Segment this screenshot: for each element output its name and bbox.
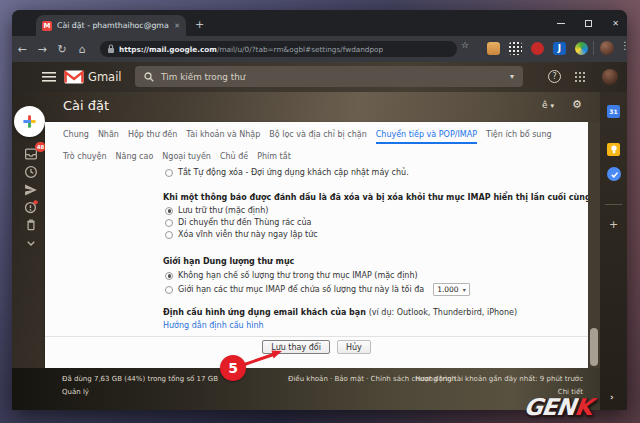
radio-option-autoexpunge-off[interactable]: Tắt Tự động xóa - Đợi ứng dụng khách cập… (165, 168, 578, 177)
folder-limit-heading: Giới hạn Dung lượng thư mục (163, 257, 578, 266)
tab-hop-thu-den[interactable]: Hộp thư đến (128, 130, 177, 139)
input-tools-label: ê (542, 100, 548, 110)
browser-menu-icon[interactable]: ⋮ (620, 40, 627, 51)
radio-label: Giới hạn các thư mục IMAP để chứa số lượ… (178, 285, 424, 294)
radio-option-limit-max[interactable]: Giới hạn các thư mục IMAP để chứa số lượ… (165, 283, 578, 296)
limit-count-select[interactable]: 1.000 ▾ (433, 283, 470, 296)
input-tools-button[interactable]: ê ▾ (542, 100, 554, 110)
tab-bo-loc[interactable]: Bộ lọc và địa chỉ bị chặn (269, 130, 366, 139)
browser-tabstrip: M Cài đặt - phamthaihoc@gmail.co ✕ + ✕ (12, 10, 627, 36)
gmail-logo-icon[interactable] (64, 70, 84, 84)
search-icon (144, 72, 154, 82)
search-placeholder: Tìm kiếm trong thư (161, 72, 503, 82)
settings-gear-icon[interactable]: ⚙ (572, 98, 582, 111)
help-icon[interactable]: ? (548, 70, 561, 83)
address-bar[interactable]: https://mail.google.com/mail/u/0/?tab=rm… (100, 41, 457, 57)
settings-card: Chung Nhãn Hộp thư đến Tài khoản và Nhập… (45, 122, 588, 368)
tab-chu-de[interactable]: Chủ đề (220, 152, 248, 161)
search-input[interactable]: Tìm kiếm trong thư ▾ (135, 66, 523, 87)
settings-tabs-row1: Chung Nhãn Hộp thư đến Tài khoản và Nhập… (63, 130, 580, 139)
radio-label: Xóa vĩnh viễn thư này ngay lập tức (178, 230, 318, 239)
spam-icon[interactable] (24, 200, 38, 214)
search-options-caret-icon[interactable]: ▾ (510, 72, 514, 81)
browser-window: M Cài đặt - phamthaihoc@gmail.co ✕ + ✕ ←… (12, 10, 627, 410)
radio-selected-icon (165, 207, 173, 215)
toolbar-separator (593, 41, 594, 55)
configure-heading-bold: Định cấu hình ứng dụng email khách của b… (163, 308, 366, 317)
input-tools-caret-icon: ▾ (550, 102, 554, 110)
apps-grid-icon[interactable] (574, 71, 586, 83)
browser-profile-avatar[interactable] (600, 41, 614, 55)
radio-icon (165, 219, 173, 227)
calendar-icon[interactable]: 31 (607, 105, 620, 118)
radio-option-delete-forever[interactable]: Xóa vĩnh viễn thư này ngay lập tức (165, 230, 578, 239)
watermark-k: K (573, 394, 593, 420)
manage-storage-link[interactable]: Quản lý (62, 388, 89, 396)
minimize-button[interactable] (557, 23, 565, 24)
account-avatar[interactable] (602, 69, 618, 85)
deleted-message-heading: Khi một thông báo được đánh dấu là đã xó… (163, 193, 578, 202)
browser-tab-gmail-settings[interactable]: M Cài đặt - phamthaihoc@gmail.co ✕ (36, 15, 186, 36)
tab-tien-ich[interactable]: Tiện ích bổ sung (486, 130, 552, 139)
tab-title: Cài đặt - phamthaihoc@gmail.co (57, 21, 169, 30)
radio-icon (165, 286, 173, 294)
tasks-icon[interactable] (607, 167, 621, 181)
reload-icon[interactable]: ↻ (52, 43, 72, 56)
tab-chuyen-tiep-pop-imap[interactable]: Chuyển tiếp và POP/IMAP (376, 130, 477, 139)
annotation-step-badge: 5 (220, 355, 246, 381)
save-changes-button[interactable]: Lưu thay đổi (262, 340, 330, 354)
tab-nhan[interactable]: Nhãn (98, 130, 119, 139)
select-caret-icon: ▾ (463, 286, 466, 293)
radio-option-move-trash[interactable]: Di chuyển thư đến Thùng rác của (165, 218, 578, 227)
scrollbar-track[interactable] (588, 122, 600, 368)
tasks-check-icon (610, 170, 619, 179)
gmail-wordmark: Gmail (88, 70, 122, 84)
radio-label: Tắt Tự động xóa - Đợi ứng dụng khách cập… (178, 168, 409, 177)
tab-tro-chuyen[interactable]: Trò chuyện (63, 152, 107, 161)
more-chevron-down-icon[interactable] (24, 237, 38, 251)
card-actions: Lưu thay đổi Hủy (45, 340, 588, 354)
radio-option-no-limit[interactable]: Không hạn chế số lượng thư trong thư mục… (165, 271, 578, 280)
keep-bulb-icon (610, 145, 618, 154)
new-tab-button[interactable]: + (195, 16, 204, 34)
hamburger-menu-icon[interactable] (42, 72, 56, 82)
radio-option-archive[interactable]: Lưu trữ thư (mặc định) (165, 206, 578, 215)
extension-icon-1[interactable] (487, 42, 500, 55)
snoozed-clock-icon[interactable] (24, 165, 38, 179)
extension-icon-j[interactable]: J (553, 42, 566, 55)
close-window-button[interactable]: ✕ (612, 19, 619, 28)
tab-tai-khoan[interactable]: Tài khoản và Nhập (186, 130, 260, 139)
url-text: https://mail.google.com/mail/u/0/?tab=rm… (119, 45, 383, 54)
trash-icon[interactable] (24, 218, 38, 232)
last-account-activity-text: Hoạt động tài khoản gần đây nhất: 9 phút… (415, 375, 583, 383)
collapse-panel-chevron-icon[interactable]: › (610, 392, 614, 402)
maximize-button[interactable] (585, 20, 592, 27)
bookmark-star-icon[interactable]: ☆ (461, 40, 469, 50)
limit-count-value: 1.000 (437, 285, 458, 294)
extension-icon-2[interactable] (509, 42, 522, 55)
compose-button[interactable] (14, 106, 45, 137)
tab-close-icon[interactable]: ✕ (174, 22, 180, 30)
lock-icon (107, 44, 115, 54)
watermark-gen: GEN (522, 394, 576, 420)
google-plus-icon (22, 114, 37, 129)
extension-icon-3[interactable] (531, 42, 544, 55)
sent-icon[interactable] (24, 183, 38, 197)
configure-heading: Định cấu hình ứng dụng email khách của b… (163, 308, 578, 317)
tab-chung[interactable]: Chung (63, 130, 89, 139)
configuration-instructions-link[interactable]: Hướng dẫn định cấu hình (163, 321, 264, 330)
cancel-button[interactable]: Hủy (337, 340, 371, 354)
forward-icon[interactable]: → (32, 43, 52, 56)
tab-nang-cao[interactable]: Nâng cao (116, 152, 154, 161)
tab-phim-tat[interactable]: Phím tắt (257, 152, 291, 161)
back-icon[interactable]: ← (12, 43, 32, 56)
settings-tabs-row2: Trò chuyện Nâng cao Ngoại tuyến Chủ đề P… (63, 152, 580, 161)
home-icon[interactable]: ⌂ (72, 43, 92, 56)
url-path: /mail/u/0/?tab=rm&ogbl#settings/fwdandpo… (217, 45, 383, 54)
gmail-main-area: Cài đặt ê ▾ ⚙ 48 (12, 92, 627, 410)
keep-icon[interactable] (607, 143, 620, 156)
extension-icon-idm[interactable] (575, 42, 588, 55)
get-addons-button[interactable]: + (609, 218, 618, 231)
scrollbar-thumb[interactable] (590, 328, 598, 366)
tab-ngoai-tuyen[interactable]: Ngoại tuyến (162, 152, 211, 161)
